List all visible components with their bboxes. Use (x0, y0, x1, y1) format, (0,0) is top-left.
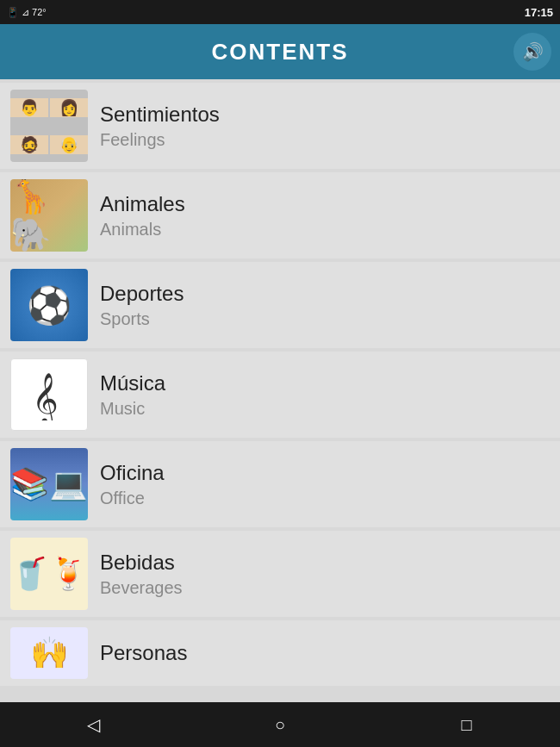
item-primary-bebidas: Bebidas (100, 551, 183, 575)
list-item-bebidas[interactable]: 🥤🍹 Bebidas Beverages (0, 531, 560, 617)
list-item-oficina[interactable]: 📚💻 Oficina Office (0, 441, 560, 527)
item-primary-musica: Música (100, 371, 165, 395)
text-deportes: Deportes Sports (100, 282, 184, 329)
list-item-personas[interactable]: 🙌 Personas (0, 620, 560, 686)
status-time: 17:15 (525, 6, 553, 19)
icon-animales: 🦒🐘 (10, 179, 88, 252)
recent-icon: □ (462, 715, 472, 735)
item-primary-sentimientos: Sentimientos (100, 103, 220, 127)
nav-bar: ◁ ○ □ (0, 702, 560, 747)
item-primary-personas: Personas (100, 641, 187, 665)
sound-icon: 🔊 (522, 41, 544, 62)
treble-clef-icon: 𝄞 (28, 369, 71, 420)
item-secondary-animales: Animals (100, 220, 185, 240)
item-primary-animales: Animales (100, 192, 185, 216)
status-bar: 📱 ⊿ 72° 17:15 (0, 0, 560, 24)
icon-oficina: 📚💻 (10, 448, 88, 520)
sound-button[interactable]: 🔊 (513, 33, 551, 71)
text-sentimientos: Sentimientos Feelings (100, 103, 220, 150)
text-personas: Personas (100, 641, 187, 665)
svg-text:𝄞: 𝄞 (32, 373, 59, 420)
home-icon: ○ (275, 715, 285, 735)
item-secondary-oficina: Office (100, 489, 165, 508)
text-animales: Animales Animals (100, 192, 185, 240)
item-secondary-bebidas: Beverages (100, 578, 183, 598)
item-primary-deportes: Deportes (100, 282, 184, 306)
app-header: CONTENTS 🔊 (0, 24, 560, 79)
text-oficina: Oficina Office (100, 461, 165, 508)
icon-sentimientos: 👨 👩 🧔 👴 (10, 90, 88, 162)
icon-personas: 🙌 (10, 627, 88, 679)
item-secondary-sentimientos: Feelings (100, 130, 220, 150)
item-primary-oficina: Oficina (100, 461, 165, 485)
recent-button[interactable]: □ (441, 707, 493, 742)
text-musica: Música Music (100, 371, 165, 419)
list-item-musica[interactable]: 𝄞 Música Music (0, 352, 560, 438)
item-secondary-musica: Music (100, 399, 165, 419)
item-secondary-deportes: Sports (100, 309, 184, 329)
list-item-deportes[interactable]: ⚽ Deportes Sports (0, 262, 560, 348)
list-item-animales[interactable]: 🦒🐘 Animales Animals (0, 172, 560, 258)
header-title: CONTENTS (212, 39, 349, 65)
status-bar-left: 📱 ⊿ 72° (7, 7, 47, 18)
home-button[interactable]: ○ (254, 707, 306, 742)
icon-deportes: ⚽ (10, 269, 88, 341)
back-icon: ◁ (87, 714, 100, 735)
icon-musica: 𝄞 (10, 358, 88, 431)
status-icons: 📱 ⊿ 72° (7, 7, 47, 18)
icon-bebidas: 🥤🍹 (10, 538, 88, 610)
text-bebidas: Bebidas Beverages (100, 551, 183, 598)
back-button[interactable]: ◁ (67, 707, 119, 742)
list-item-sentimientos[interactable]: 👨 👩 🧔 👴 Sentimientos Feelings (0, 83, 560, 169)
content-list: 👨 👩 🧔 👴 Sentimientos Feelings 🦒🐘 Animale… (0, 79, 560, 702)
